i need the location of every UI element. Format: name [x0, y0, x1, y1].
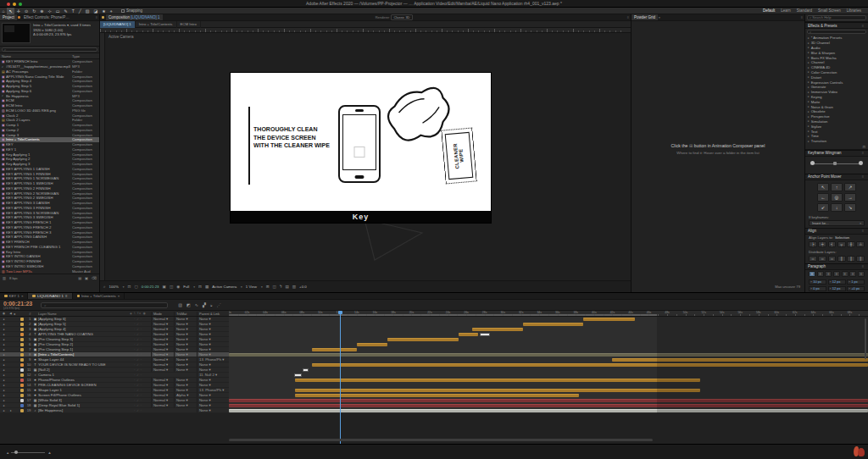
layer-switches[interactable]: · ∕ · [125, 409, 151, 412]
timeline-horizontal-scrollbar[interactable] [229, 439, 653, 441]
layer-name[interactable]: [Pre Cleaning Step 3] [38, 337, 125, 341]
project-item[interactable]: ▣Applying Step 4Composition [0, 79, 99, 84]
project-item[interactable]: ▣Key Applying 1Composition [0, 152, 99, 157]
layer-bar[interactable] [612, 358, 868, 362]
project-item[interactable]: ▣Applying Step 5Composition [0, 84, 99, 89]
channels-icon[interactable]: ◉ [176, 285, 180, 289]
expand-caret-icon[interactable]: ▸ [808, 66, 810, 69]
effects-search-input[interactable]: ⌕ [807, 30, 866, 35]
expand-caret-icon[interactable]: ▸ [808, 105, 810, 108]
layer-mode-select[interactable]: Normal ▾ [151, 368, 174, 372]
layer-trkmat-select[interactable]: None ▾ [174, 398, 197, 402]
layer-name[interactable]: [Intro + Title/Contents] [38, 352, 125, 357]
workspace-standard[interactable]: Standard [797, 8, 812, 13]
paragraph-field-5[interactable]: ▪+0 px [847, 286, 865, 292]
layer-mode-select[interactable]: Normal ▾ [151, 352, 174, 357]
hide-shy-layers-icon[interactable]: ∿ [195, 302, 198, 307]
snapshot-icon[interactable]: ▣ [163, 285, 166, 289]
layer-trkmat-select[interactable]: None ▾ [174, 352, 197, 357]
align-right-button[interactable]: ╡ [828, 241, 837, 247]
para-align-right-button[interactable]: ≡ [825, 271, 832, 277]
project-item[interactable]: ▨ECM LOGO 3D 4665 RES.pngPNG file [0, 108, 99, 113]
selection-tool-icon[interactable]: ↖ [7, 8, 14, 14]
expand-caret-icon[interactable]: ▸ [808, 144, 810, 145]
layer-name[interactable]: [Be Happiness] [38, 408, 125, 412]
number-column[interactable]: # [25, 312, 32, 316]
anchor-point-mover-header[interactable]: Anchor Point Mover ≡ [805, 174, 868, 180]
paragraph-field-3[interactable]: ▪0 px [809, 286, 826, 292]
paragraph-field-4[interactable]: ▪12 px [828, 286, 846, 292]
dist-hcenter-button[interactable]: ║ [847, 256, 855, 262]
brush-tool-icon[interactable]: ╱ [76, 8, 83, 14]
paragraph-header[interactable]: Paragraph ≡ [805, 263, 868, 270]
layer-visibility-icon[interactable]: ● [0, 368, 8, 372]
easing-slider-track[interactable] [812, 163, 861, 164]
layer-switches[interactable]: · ∕ · [125, 323, 151, 326]
zoom-slider-track[interactable] [11, 452, 45, 453]
orbit-camera-tool-icon[interactable]: ↻ [31, 8, 38, 14]
anchor-right-button[interactable]: → [844, 193, 856, 202]
workspace-small-screen[interactable]: Small Screen [818, 8, 841, 13]
viewer-timecode[interactable]: 0:00:21:23 [142, 285, 159, 289]
project-item[interactable]: ▣KEY APPLYING 2 NORWEGIANComposition [0, 191, 99, 196]
layer-name[interactable]: [Pre Cleaning Step 2] [38, 342, 125, 346]
layer-switches[interactable]: · ∕ · [125, 399, 151, 402]
expand-caret-icon[interactable]: ▸ [808, 110, 810, 113]
anchor-up-left-button[interactable]: ↖ [817, 183, 829, 191]
pan-camera-tool-icon[interactable]: ⊕ [38, 8, 46, 14]
snapping-toggle[interactable]: Snapping [121, 8, 142, 13]
region-of-interest-icon[interactable]: ⊟ [198, 285, 202, 289]
anchor-up-right-button[interactable]: ↗ [844, 183, 856, 191]
layer-mode-select[interactable]: Normal ▾ [151, 317, 174, 321]
new-folder-icon[interactable]: ▤ [78, 276, 81, 280]
expand-caret-icon[interactable]: ▸ [808, 135, 810, 138]
layer-bar[interactable] [229, 353, 868, 357]
layer-switches[interactable]: · ∕ · [125, 373, 151, 377]
dist-bottom-button[interactable]: ═ [828, 256, 837, 262]
layer-switches[interactable]: · ∕ · [125, 404, 151, 407]
layer-name[interactable]: [Null 2] [38, 368, 125, 372]
pen-tool-icon[interactable]: ✎ [62, 8, 70, 14]
layer-visibility-icon[interactable]: ● [0, 343, 8, 346]
time-ruler[interactable]: 00s02s04s06s08s10s12s14s16s18s20s22s24s2… [229, 311, 868, 317]
align-left-button[interactable]: ╞ [809, 241, 817, 247]
layer-trkmat-select[interactable]: None ▾ [174, 347, 197, 351]
layer-trkmat-select[interactable]: None ▾ [174, 327, 197, 331]
align-hcenter-button[interactable]: ╪ [818, 241, 826, 247]
composition-viewport[interactable]: Active Camera THOROUGHLY CLEAN THE DEVIC… [105, 33, 631, 280]
project-item[interactable]: ▣KEY FRENCH PRE CLEANING 1Composition [0, 245, 99, 250]
layer-trkmat-select[interactable]: None ▾ [174, 368, 197, 372]
layer-visibility-icon[interactable]: ● [0, 318, 8, 321]
column-type[interactable]: Type [72, 54, 97, 58]
layer-bar[interactable] [523, 323, 584, 326]
para-justify-all-button[interactable]: ≡ [858, 271, 865, 277]
layer-bar[interactable] [459, 333, 478, 336]
lock-column-icon[interactable]: ● [14, 312, 19, 316]
align-vcenter-button[interactable]: ╫ [847, 241, 855, 247]
layer-switches[interactable]: · ∕ · [125, 384, 151, 387]
new-composition-icon[interactable]: ▣ [85, 276, 88, 280]
layer-visibility-icon[interactable]: ● [0, 358, 8, 362]
layer-name[interactable]: [Applying Step 4] [38, 327, 125, 331]
fast-previews-icon[interactable]: ϟ [280, 285, 281, 289]
workspace-libraries[interactable]: Libraries [847, 8, 861, 13]
layer-name[interactable]: YOUR DEVICE IS NOW READY TO USE [38, 362, 125, 367]
project-item[interactable]: ▣Key Applying 2Composition [0, 157, 99, 162]
align-header[interactable]: Align ≡ [805, 228, 868, 235]
panel-menu-icon[interactable]: ≡ [862, 229, 865, 233]
grid-guides-icon[interactable]: ⊞ [266, 285, 270, 289]
project-item[interactable]: ♪#913477__happyfeetmusi_preview.mp3MP3 [0, 64, 99, 69]
project-item[interactable]: ▣KEY FRENCH IntroComposition [0, 59, 99, 64]
expand-caret-icon[interactable]: ▸ [808, 51, 810, 54]
layer-bar[interactable] [229, 404, 868, 407]
layer-mode-select[interactable]: Normal ▾ [151, 327, 174, 331]
eraser-tool-icon[interactable]: ◪ [92, 8, 100, 14]
anchor-down-left-button[interactable]: ↙ [817, 203, 829, 212]
layer-switches[interactable]: · ∕ · [125, 333, 151, 336]
expand-caret-icon[interactable]: ▸ [808, 56, 810, 59]
para-justify-last-right-button[interactable]: ≡ [849, 271, 856, 277]
layer-trkmat-select[interactable]: None ▾ [174, 362, 197, 367]
layer-bar[interactable] [583, 318, 634, 321]
layer-mode-select[interactable]: Normal ▾ [151, 342, 174, 346]
zoom-level[interactable]: 100% [109, 285, 119, 289]
